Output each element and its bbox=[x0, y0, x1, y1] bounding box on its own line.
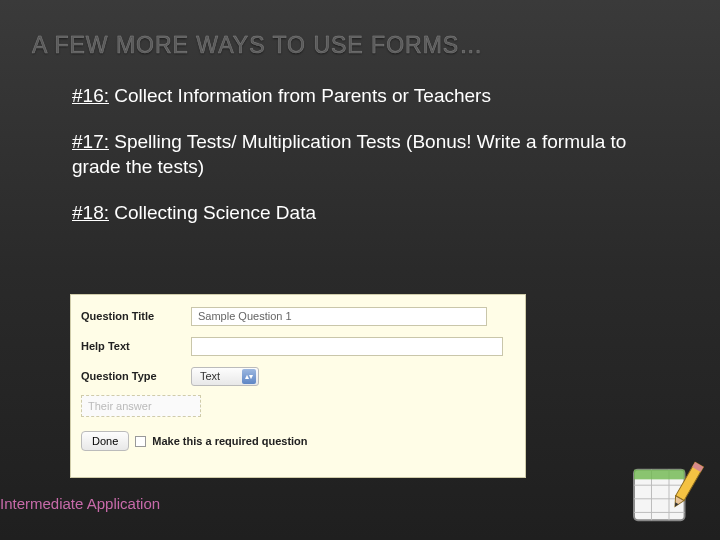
help-text-label: Help Text bbox=[81, 340, 191, 352]
select-value: Text bbox=[200, 370, 220, 382]
list-item: #16: Collect Information from Parents or… bbox=[72, 83, 660, 109]
form-editor-panel: Question Title Help Text Question Type T… bbox=[70, 294, 526, 478]
question-type-label: Question Type bbox=[81, 370, 191, 382]
item-text: Spelling Tests/ Multiplication Tests (Bo… bbox=[72, 131, 626, 178]
svg-rect-6 bbox=[634, 470, 685, 480]
required-label: Make this a required question bbox=[152, 435, 307, 447]
slide-title: A FEW MORE WAYS TO USE FORMS… bbox=[0, 0, 720, 59]
answer-preview-input: Their answer bbox=[81, 395, 201, 417]
question-type-select[interactable]: Text ▴▾ bbox=[191, 367, 259, 386]
item-text: Collect Information from Parents or Teac… bbox=[109, 85, 491, 106]
list-item: #18: Collecting Science Data bbox=[72, 200, 660, 226]
done-button[interactable]: Done bbox=[81, 431, 129, 451]
footer-label: Intermediate Application bbox=[0, 495, 160, 512]
item-number: #18: bbox=[72, 202, 109, 223]
item-number: #16: bbox=[72, 85, 109, 106]
question-title-label: Question Title bbox=[81, 310, 191, 322]
item-number: #17: bbox=[72, 131, 109, 152]
spreadsheet-pencil-icon bbox=[630, 456, 708, 528]
list-item: #17: Spelling Tests/ Multiplication Test… bbox=[72, 129, 660, 180]
help-text-input[interactable] bbox=[191, 337, 503, 356]
question-title-input[interactable] bbox=[191, 307, 487, 326]
bullet-list: #16: Collect Information from Parents or… bbox=[0, 59, 720, 226]
required-checkbox[interactable] bbox=[135, 436, 146, 447]
chevron-updown-icon: ▴▾ bbox=[242, 369, 256, 384]
item-text: Collecting Science Data bbox=[109, 202, 316, 223]
